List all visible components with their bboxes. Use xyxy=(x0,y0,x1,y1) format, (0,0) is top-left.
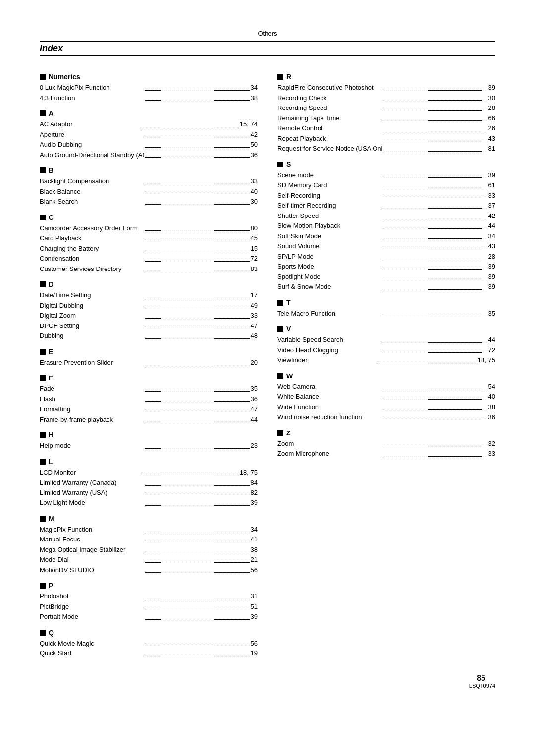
section-header-v: V xyxy=(277,325,495,333)
entry-page: 80 xyxy=(251,223,258,233)
index-entry: Repeat Playback43 xyxy=(277,134,495,144)
entry-page: 33 xyxy=(251,311,258,321)
section-square xyxy=(40,375,46,381)
section-label: P xyxy=(49,582,53,590)
index-entry: Photoshot31 xyxy=(40,592,258,601)
entry-page: 20 xyxy=(251,358,258,368)
section-square xyxy=(40,583,46,589)
entry-page: 39 xyxy=(251,612,258,622)
entry-name: Black Balance xyxy=(40,187,144,197)
entry-dots xyxy=(383,211,487,219)
entry-dots xyxy=(377,355,477,363)
entry-name: Formatting xyxy=(40,404,144,414)
section-label: F xyxy=(49,374,53,382)
entry-page: 33 xyxy=(488,191,495,201)
entry-page: 19 xyxy=(251,648,258,658)
index-entry: Limited Warranty (USA)82 xyxy=(40,488,258,498)
entry-name: Dubbing xyxy=(40,331,144,341)
entry-page: 33 xyxy=(251,176,258,186)
entry-name: Slow Motion Playback xyxy=(277,221,382,231)
entry-name: Surf & Snow Mode xyxy=(277,282,382,292)
index-entry: Customer Services Directory83 xyxy=(40,264,258,274)
entry-page: 44 xyxy=(488,335,495,345)
entry-dots xyxy=(145,565,250,573)
entry-dots xyxy=(145,176,250,184)
index-entry: 4:3 Function38 xyxy=(40,93,258,103)
index-entry: Mode Dial21 xyxy=(40,555,258,565)
section-label: E xyxy=(49,348,53,356)
entry-dots xyxy=(140,468,239,476)
entry-dots xyxy=(145,254,250,262)
entry-name: Viewfinder xyxy=(277,355,376,365)
section-header-a: A xyxy=(40,109,258,117)
index-entry: Recording Check30 xyxy=(277,93,495,103)
entry-dots xyxy=(383,123,487,131)
entry-page: 15 xyxy=(251,244,258,254)
entry-dots xyxy=(383,144,487,152)
entry-name: Flash xyxy=(40,394,144,404)
entry-name: Recording Speed xyxy=(277,103,382,113)
entry-name: Manual Focus xyxy=(40,535,144,544)
index-entry: Wind noise reduction function36 xyxy=(277,412,495,422)
entry-dots xyxy=(383,221,487,229)
entry-page: 47 xyxy=(251,404,258,414)
entry-name: Sound Volume xyxy=(277,241,382,251)
entry-page: 54 xyxy=(488,382,495,392)
entry-page: 31 xyxy=(251,592,258,601)
section-square xyxy=(40,110,46,116)
entry-name: Soft Skin Mode xyxy=(277,231,382,241)
entry-dots xyxy=(145,612,250,620)
page-title: Index xyxy=(40,43,495,54)
entry-page: 51 xyxy=(251,602,258,612)
index-entry: Zoom32 xyxy=(277,439,495,449)
entry-name: RapidFire Consecutive Photoshot xyxy=(277,83,382,93)
entry-name: Spotlight Mode xyxy=(277,272,382,282)
section-label: B xyxy=(49,166,54,174)
entry-dots xyxy=(145,498,250,506)
index-entry: SD Memory Card61 xyxy=(277,180,495,190)
index-entry: MagicPix Function34 xyxy=(40,525,258,535)
entry-dots xyxy=(383,191,487,199)
entry-dots xyxy=(383,231,487,239)
entry-name: Shutter Speed xyxy=(277,211,382,221)
entry-dots xyxy=(145,130,250,138)
section-square xyxy=(40,167,46,173)
entry-page: 38 xyxy=(251,545,258,555)
entry-page: 44 xyxy=(488,221,495,231)
entry-name: Auto Ground-Directional Standby (AGS) xyxy=(40,150,144,160)
entry-page: 72 xyxy=(488,345,495,355)
index-entry: Tele Macro Function35 xyxy=(277,309,495,319)
section-square xyxy=(40,349,46,355)
section-header-z: Z xyxy=(277,429,495,437)
entry-dots xyxy=(145,244,250,252)
entry-name: Backlight Compensation xyxy=(40,176,144,186)
entry-dots xyxy=(145,290,250,298)
section-header-q: Q xyxy=(40,629,258,637)
entry-dots xyxy=(145,187,250,195)
index-entry: Viewfinder18, 75 xyxy=(277,355,495,365)
entry-dots xyxy=(383,83,487,91)
section-label: D xyxy=(49,280,54,288)
section-square xyxy=(40,459,46,465)
entry-dots xyxy=(145,555,250,563)
entry-name: 0 Lux MagicPix Function xyxy=(40,83,144,93)
entry-dots xyxy=(383,345,487,353)
entry-dots xyxy=(383,335,487,343)
index-entry: Date/Time Setting17 xyxy=(40,290,258,300)
entry-dots xyxy=(383,282,487,290)
page-header: Others Index xyxy=(40,30,495,56)
entry-dots xyxy=(383,93,487,101)
section-square xyxy=(40,281,46,287)
entry-page: 66 xyxy=(488,113,495,123)
entry-dots xyxy=(145,83,250,91)
entry-page: 32 xyxy=(488,439,495,449)
entry-name: Portrait Mode xyxy=(40,612,144,622)
page-number: 85 xyxy=(477,674,485,683)
index-entry: Video Head Clogging72 xyxy=(277,345,495,355)
entry-name: Mode Dial xyxy=(40,555,144,565)
entry-name: Digital Dubbing xyxy=(40,301,144,311)
entry-dots xyxy=(145,415,250,423)
entry-dots xyxy=(383,392,487,400)
entry-name: Quick Start xyxy=(40,648,144,658)
entry-dots xyxy=(383,439,487,447)
